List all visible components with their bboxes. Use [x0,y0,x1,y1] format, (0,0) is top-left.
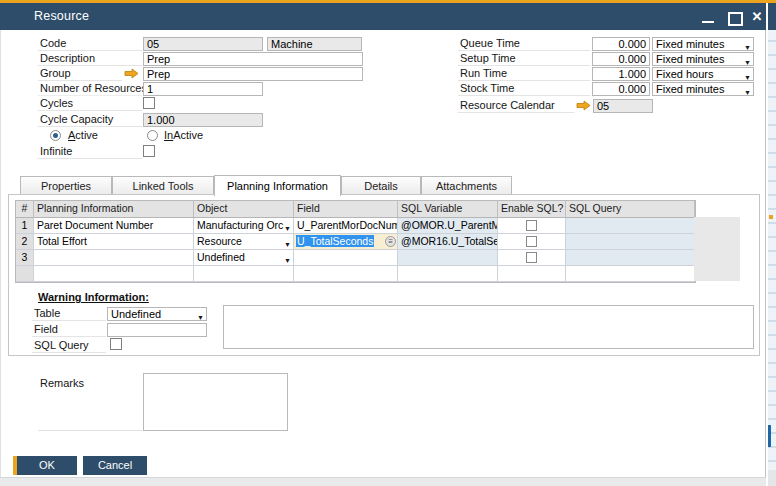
enable-sql-checkbox[interactable] [526,220,537,231]
tab-properties[interactable]: Properties [20,176,112,195]
resource-calendar-label: Resource Calendar [458,99,574,113]
resource-window: Resource Code 05 Machine Description Pre… [0,0,776,486]
chevron-down-icon [197,310,204,321]
infinite-checkbox[interactable] [143,145,155,157]
maximize-icon[interactable] [726,9,742,25]
stock-time-unit-select[interactable]: Fixed minutes [652,82,754,96]
setup-time-label: Setup Time [458,52,590,66]
setup-time-field[interactable]: 0.000 [592,52,650,66]
inactive-radio[interactable] [147,130,158,141]
enable-sql-checkbox[interactable] [526,252,537,263]
field-cell[interactable] [294,266,398,282]
object-cell[interactable] [194,266,294,282]
chevron-down-icon [744,40,751,51]
warning-sql-query-checkbox[interactable] [110,338,122,350]
description-label: Description [38,52,142,66]
tab-details[interactable]: Details [341,176,421,195]
cycles-checkbox[interactable] [143,97,155,109]
cancel-button[interactable]: Cancel [83,456,147,475]
group-field[interactable]: Prep [143,67,363,81]
object-cell[interactable]: Undefined [194,250,294,266]
sql-variable-cell [398,266,498,282]
tab-linked-tools[interactable]: Linked Tools [112,176,214,195]
stock-time-field[interactable]: 0.000 [592,82,650,96]
field-cell[interactable]: U_ParentMorDocNum [294,218,398,234]
table-filler-area [694,217,740,281]
chevron-down-icon [744,70,751,81]
group-label: Group [38,67,122,81]
bg-gold-dot [769,215,773,219]
table-row: 2 Total Effort Resource U_TotalSeconds @… [16,234,695,250]
col-header-index: # [16,201,34,218]
choose-from-list-icon[interactable] [385,236,396,247]
planning-information-cell[interactable] [34,266,194,282]
field-cell-active[interactable]: U_TotalSeconds [294,234,398,250]
object-cell[interactable]: Manufacturing Orc [194,218,294,234]
row-number[interactable]: 3 [16,250,34,266]
object-cell[interactable]: Resource [194,234,294,250]
warning-table-select[interactable]: Undefined [107,307,207,321]
setup-time-unit-select[interactable]: Fixed minutes [652,52,754,66]
warning-table-label: Table [32,307,106,321]
enable-sql-checkbox[interactable] [526,236,537,247]
row-number[interactable]: 2 [16,234,34,250]
queue-time-unit-select[interactable]: Fixed minutes [652,37,754,51]
sql-variable-cell: @MOR16.U_TotalSeco [398,234,498,250]
warning-sql-query-label: SQL Query [32,339,106,353]
remarks-textarea[interactable] [143,373,288,431]
run-time-unit-select[interactable]: Fixed hours [652,67,754,81]
tab-planning-information[interactable]: Planning Information [214,175,341,196]
background-window-sliver [768,0,776,486]
field-cell[interactable] [294,250,398,266]
resource-calendar-field[interactable]: 05 [593,99,653,113]
description-field[interactable]: Prep [143,52,363,66]
link-arrow-icon[interactable] [124,68,139,79]
warning-field-label: Field [32,323,106,337]
selected-text: U_TotalSeconds [296,235,374,247]
queue-time-field[interactable]: 0.000 [592,37,650,51]
background-bottom [0,477,766,486]
number-of-resources-field[interactable]: 1 [143,82,263,96]
bg-titlebar [768,3,776,30]
warning-field-input[interactable] [107,323,207,337]
close-icon[interactable] [749,9,765,25]
tab-attachments[interactable]: Attachments [421,176,512,195]
sql-query-cell [566,234,695,250]
active-radio-label: Active [68,129,98,141]
enable-sql-cell [498,250,566,266]
enable-sql-cell [498,266,566,282]
remarks-label: Remarks [38,377,142,431]
run-time-field[interactable]: 1.000 [592,67,650,81]
number-of-resources-label: Number of Resources [38,82,142,96]
enable-sql-cell [498,234,566,250]
code-type-field[interactable]: Machine [267,37,362,51]
col-header-planning-information: Planning Information [34,201,194,218]
cycles-label: Cycles [38,97,142,111]
chevron-down-icon [284,253,291,265]
col-header-sql-variable: SQL Variable [398,201,498,218]
row-number[interactable] [16,266,34,282]
link-arrow-icon[interactable] [576,100,591,111]
chevron-down-icon [284,237,291,249]
bg-gray-footer [768,470,776,486]
row-number[interactable]: 1 [16,218,34,234]
planning-information-cell[interactable]: Total Effort [34,234,194,250]
cycle-capacity-field[interactable]: 1.000 [143,113,263,127]
bg-blue-mark [768,425,771,447]
active-radio[interactable] [50,130,61,141]
cycle-capacity-label: Cycle Capacity [38,113,142,127]
titlebar[interactable]: Resource [0,3,766,30]
minimize-icon[interactable] [700,9,716,25]
sql-query-cell [566,250,695,266]
infinite-label: Infinite [38,145,142,159]
sql-variable-cell [398,250,498,266]
code-field[interactable]: 05 [143,37,263,51]
warning-message-textarea[interactable] [223,305,754,349]
ok-button[interactable]: OK [13,456,77,475]
planning-information-cell[interactable]: Paret Document Number [34,218,194,234]
chevron-down-icon [744,55,751,66]
sql-query-cell [566,218,695,234]
table-row: 1 Paret Document Number Manufacturing Or… [16,218,695,234]
planning-information-cell[interactable] [34,250,194,266]
window-title: Resource [34,9,89,23]
